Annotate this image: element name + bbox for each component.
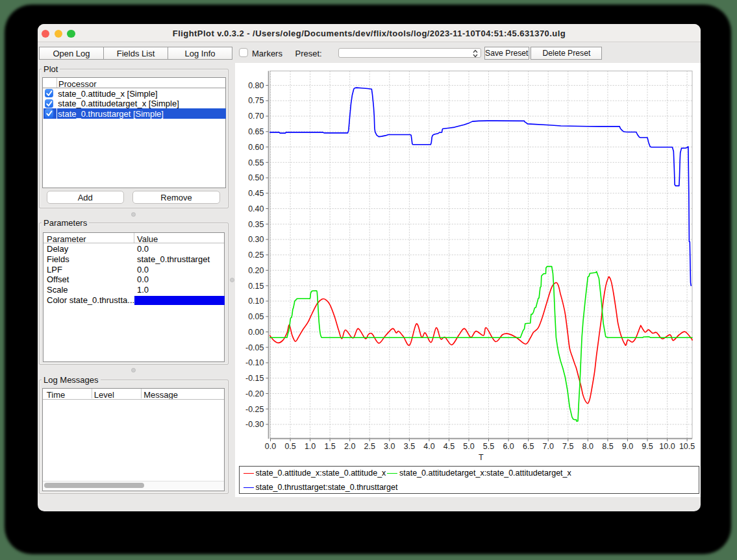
svg-text:T: T (479, 453, 484, 462)
svg-text:0.50: 0.50 (248, 173, 264, 182)
svg-text:-0.10: -0.10 (245, 358, 264, 367)
svg-text:0.0: 0.0 (265, 442, 276, 451)
svg-text:-0.30: -0.30 (245, 420, 264, 429)
svg-text:10.0: 10.0 (659, 442, 675, 451)
svg-text:0.25: 0.25 (248, 250, 264, 260)
svg-text:0.15: 0.15 (248, 282, 264, 291)
svg-text:0.05: 0.05 (248, 312, 264, 321)
svg-text:9.5: 9.5 (642, 442, 653, 451)
svg-text:8.0: 8.0 (582, 442, 593, 451)
svg-text:2.0: 2.0 (344, 442, 355, 451)
svg-text:0.35: 0.35 (248, 220, 264, 229)
svg-text:2.5: 2.5 (364, 442, 375, 451)
svg-text:0.20: 0.20 (248, 266, 264, 275)
svg-text:0.80: 0.80 (248, 81, 264, 90)
svg-text:0.65: 0.65 (248, 127, 264, 136)
svg-text:0.75: 0.75 (248, 96, 264, 105)
svg-text:7.5: 7.5 (562, 442, 573, 451)
svg-text:0.00: 0.00 (248, 328, 264, 337)
svg-text:0.55: 0.55 (248, 158, 264, 167)
svg-text:3.0: 3.0 (384, 442, 395, 451)
svg-text:7.0: 7.0 (543, 442, 554, 451)
svg-text:6.5: 6.5 (523, 442, 534, 451)
svg-text:8.5: 8.5 (602, 442, 613, 451)
svg-text:6.0: 6.0 (503, 442, 514, 451)
svg-text:-0.25: -0.25 (245, 405, 264, 414)
svg-text:10.5: 10.5 (679, 442, 695, 451)
svg-text:1.5: 1.5 (324, 442, 335, 451)
svg-text:-0.15: -0.15 (245, 374, 264, 383)
svg-text:0.60: 0.60 (248, 143, 264, 152)
svg-text:0.30: 0.30 (248, 235, 264, 244)
svg-text:0.40: 0.40 (248, 204, 264, 213)
svg-text:0.70: 0.70 (248, 112, 264, 121)
svg-text:-0.05: -0.05 (245, 343, 264, 352)
svg-text:-0.20: -0.20 (245, 389, 264, 398)
svg-text:5.0: 5.0 (463, 442, 474, 451)
svg-text:5.5: 5.5 (483, 442, 494, 451)
svg-text:9.0: 9.0 (622, 442, 633, 451)
svg-text:3.5: 3.5 (404, 442, 415, 451)
svg-text:0.10: 0.10 (248, 297, 264, 306)
svg-text:4.0: 4.0 (423, 442, 434, 451)
svg-text:1.0: 1.0 (305, 442, 316, 451)
svg-text:4.5: 4.5 (443, 442, 455, 451)
svg-text:0.5: 0.5 (284, 442, 295, 451)
svg-text:0.45: 0.45 (248, 189, 264, 198)
